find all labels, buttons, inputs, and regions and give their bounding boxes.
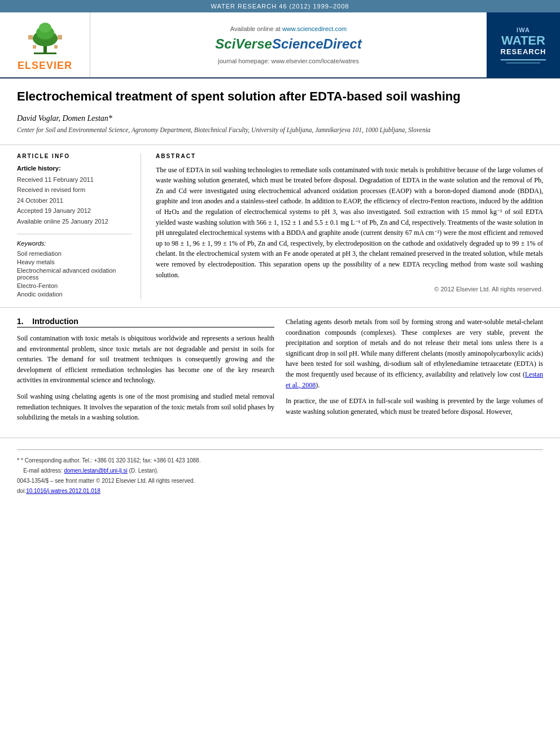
abstract-label: ABSTRACT [156,153,543,159]
affiliation: Center for Soil and Environmental Scienc… [17,126,543,133]
email-line: E-mail address: domen.lestan@bf.uni-lj.s… [17,466,543,475]
available-online-date: Available online 25 January 2012 [17,217,132,226]
star-symbol: * [17,457,19,464]
svg-rect-6 [58,35,62,40]
available-online-text: Available online at www.sciencedirect.co… [230,25,347,32]
body-right-col: Chelating agents desorb metals from soil… [286,317,543,429]
svg-rect-7 [33,45,36,49]
lestan-citation[interactable]: Lestan et al., 2008 [286,370,543,389]
section-1-heading: 1. Introduction [17,317,274,327]
article-title: Electrochemical treatment of spent solut… [17,89,543,105]
article-info-label: ARTICLE INFO [17,153,132,159]
water-research-logo: IWA WATER RESEARCH [487,12,560,77]
keywords-section: Keywords: Soil remediation Heavy metals … [17,234,132,298]
svg-rect-1 [34,53,56,54]
received-date-1: Received 11 February 2011 [17,175,132,185]
elsevier-tree-icon [17,18,73,58]
abstract-copyright: © 2012 Elsevier Ltd. All rights reserved… [156,286,543,292]
journal-bar: WATER RESEARCH 46 (2012) 1999–2008 [0,0,560,12]
intro-para-3: Chelating agents desorb metals from soil… [286,317,543,390]
footer-divider [17,449,543,450]
keyword-2: Heavy metals [17,259,132,265]
water-label: WATER [501,34,546,47]
svg-point-4 [39,23,51,33]
article-title-section: Electrochemical treatment of spent solut… [0,78,560,145]
footer-section: * * Corresponding author. Tel.: +386 01 … [0,438,560,503]
received-in-revised-label: Received in revised form [17,185,132,195]
iwa-label: IWA [501,26,546,34]
doi-label: doi: [17,488,26,494]
homepage-url[interactable]: www.elsevier.com/locate/watres [271,58,358,64]
email-label: E-mail address: [23,468,64,474]
svg-rect-8 [54,45,58,49]
abstract-column: ABSTRACT The use of EDTA in soil washing… [152,153,543,300]
doi-line: doi:10.1016/j.watres.2012.01.018 [17,487,543,496]
sciencedirect-text: ScienceDirect [272,36,362,52]
elsevier-logo-section: ELSEVIER [0,12,90,77]
sciencedirect-link[interactable]: www.sciencedirect.com [282,25,347,32]
article-info-column: ARTICLE INFO Article history: Received 1… [17,153,141,300]
keyword-5: Anodic oxidation [17,291,132,298]
journal-citation: WATER RESEARCH 46 (2012) 1999–2008 [211,3,349,10]
header-area: ELSEVIER Available online at www.science… [0,12,560,78]
keyword-3: Electrochemical advanced oxidation proce… [17,267,132,281]
journal-homepage: journal homepage: www.elsevier.com/locat… [218,58,358,64]
authors: David Voglar, Domen Lestan* [17,114,543,123]
keyword-1: Soil remediation [17,250,132,257]
keyword-4: Electro-Fenton [17,282,132,289]
email-suffix: (D. Lestan). [128,468,159,474]
research-label: RESEARCH [501,47,546,57]
section-number: 1. [17,317,24,326]
center-header: Available online at www.sciencedirect.co… [90,12,487,77]
article-info-abstract-section: ARTICLE INFO Article history: Received 1… [0,145,560,308]
intro-para-2: Soil washing using chelating agents is o… [17,391,274,423]
sciverse-text: SciVerse [215,36,272,52]
svg-rect-5 [28,35,33,40]
abstract-text: The use of EDTA in soil washing technolo… [156,165,543,281]
body-left-col: 1. Introduction Soil contamination with … [17,317,274,429]
body-two-col: 1. Introduction Soil contamination with … [17,317,543,429]
intro-para-4: In practice, the use of EDTA in full-sca… [286,396,543,417]
corresponding-author-text: * Corresponding author. Tel.: +386 01 32… [21,457,200,464]
doi-link[interactable]: 10.1016/j.watres.2012.01.018 [26,488,100,494]
keywords-label: Keywords: [17,240,132,247]
received-date-2: 24 October 2011 [17,196,132,206]
elsevier-wordmark: ELSEVIER [18,60,72,72]
intro-para-1: Soil contamination with toxic metals is … [17,333,274,386]
corresponding-author-note: * * Corresponding author. Tel.: +386 01 … [17,456,543,466]
history-label: Article history: [17,165,132,172]
accepted-date: Accepted 19 January 2012 [17,206,132,216]
email-link[interactable]: domen.lestan@bf.uni-lj.si [64,468,127,474]
water-research-box: IWA WATER RESEARCH [501,26,546,64]
section-title: Introduction [32,317,78,326]
body-content: 1. Introduction Soil contamination with … [0,308,560,438]
copyright-line: 0043-1354/$ – see front matter © 2012 El… [17,477,543,486]
